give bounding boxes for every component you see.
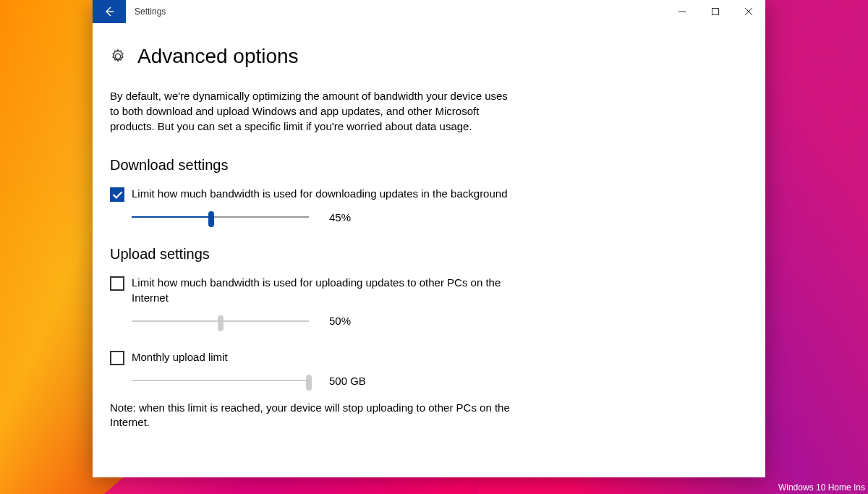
upload-limit-checkbox[interactable] <box>110 276 124 291</box>
desktop-watermark: Windows 10 Home Ins <box>778 482 865 493</box>
download-limit-checkbox[interactable] <box>110 187 124 202</box>
titlebar: Settings <box>93 0 765 23</box>
back-button[interactable] <box>93 0 126 23</box>
window-controls <box>665 0 765 23</box>
monthly-limit-label: Monthly upload limit <box>132 350 228 365</box>
monthly-limit-value: 500 GB <box>329 375 373 387</box>
download-bandwidth-value: 45% <box>329 211 373 223</box>
maximize-button[interactable] <box>699 0 732 23</box>
upload-note: Note: when this limit is reached, your d… <box>110 401 515 430</box>
svg-rect-0 <box>712 9 719 15</box>
download-bandwidth-slider[interactable] <box>132 210 309 224</box>
content-area: Advanced options By default, we're dynam… <box>93 23 765 477</box>
monthly-limit-checkbox[interactable] <box>110 351 124 365</box>
page-description: By default, we're dynamically optimizing… <box>110 88 515 134</box>
close-button[interactable] <box>732 0 765 23</box>
upload-bandwidth-slider[interactable] <box>132 314 309 328</box>
download-limit-label: Limit how much bandwidth is used for dow… <box>132 187 508 201</box>
window-title: Settings <box>126 0 665 23</box>
page-title: Advanced options <box>137 45 299 68</box>
upload-section-title: Upload settings <box>110 246 748 263</box>
arrow-left-icon <box>103 6 115 17</box>
download-section-title: Download settings <box>110 157 748 174</box>
monthly-limit-slider[interactable] <box>132 373 309 388</box>
upload-limit-label: Limit how much bandwidth is used for upl… <box>132 276 515 305</box>
minimize-button[interactable] <box>665 0 699 23</box>
gear-icon <box>110 48 126 64</box>
settings-window: Settings Advanced options By default, we… <box>93 0 765 477</box>
upload-bandwidth-value: 50% <box>329 315 373 327</box>
